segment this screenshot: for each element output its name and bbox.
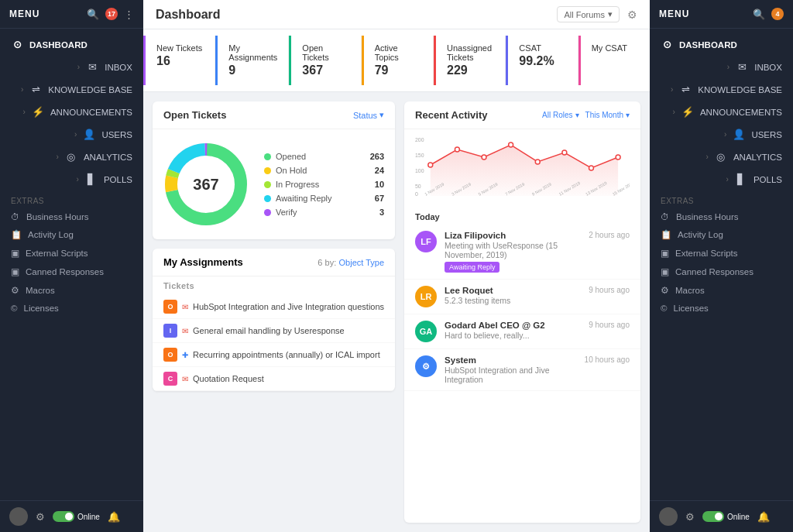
stat-new-tickets[interactable]: New Tickets 16 [143,36,215,85]
right-knowledge-icon: ⇌ [679,84,692,95]
stat-unassigned[interactable]: Unassigned Tickets 229 [434,36,506,85]
right-sidebar-header: MENU 🔍 4 [650,0,793,29]
activity-item-3[interactable]: ⚙ System HubSpot Integration and Jive In… [404,349,640,391]
activity-item-0[interactable]: LF Liza Filipovich Meeting with UseRespo… [404,225,640,280]
legend-label: Opened [276,152,306,161]
right-extras-label: Licenses [673,304,708,313]
stat-open-tickets[interactable]: Open Tickets 367 [289,36,361,85]
sidebar-item-label: ANALYTICS [84,153,132,162]
right-extras-label: Extras [650,190,793,208]
right-sidebar-item-polls[interactable]: › ▋ POLLS [650,168,793,190]
status-filter[interactable]: Status ▾ [353,110,384,120]
this-month-filter[interactable]: This Month ▾ [585,111,630,119]
sidebar-item-knowledge[interactable]: › ⇌ KNOWLEDGE BASE [0,78,143,101]
sidebar-item-polls[interactable]: › ▋ POLLS [0,168,143,190]
extras-item-label: Activity Log [28,230,74,239]
alert-icon[interactable]: 🔔 [108,511,120,523]
right-notification-badge[interactable]: 4 [771,8,784,20]
extras-external-scripts[interactable]: ▣ External Scripts [0,244,143,263]
stat-active-topics[interactable]: Active Topics 79 [362,36,434,85]
right-online-toggle[interactable]: Online [702,511,750,522]
right-extras-business-hours[interactable]: ⏱ Business Hours [650,208,793,225]
toggle-switch[interactable] [53,511,74,522]
right-toggle-switch[interactable] [702,511,724,522]
sidebar-item-announcements[interactable]: › ⚡ ANNOUNCEMENTS [0,101,143,123]
chevron-down-icon: ▾ [608,9,613,19]
chart-dot [509,142,513,147]
activity-desc: HubSpot Integration and Jive Integration [445,366,577,384]
right-online-label: Online [727,513,750,521]
activity-time: 9 hours ago [589,321,630,329]
activity-content: Godard Abel CEO @ G2 Hard to believe, re… [445,321,581,340]
notification-badge[interactable]: 17 [105,8,118,20]
right-extras-external-scripts[interactable]: ▣ External Scripts [650,244,793,263]
ticket-row-3[interactable]: C ✉ Quotation Request [153,367,395,391]
dashboard-icon: ⊙ [11,39,23,50]
legend-label: In Progress [276,180,319,189]
chart-dot [562,150,567,155]
ticket-row-0[interactable]: O ✉ HubSpot Integration and Jive Integra… [153,295,395,319]
ticket-row-1[interactable]: I ✉ General email handling by Userespons… [153,319,395,343]
sidebar-item-users[interactable]: › 👤 USERS [0,123,143,146]
canned-icon: ▣ [11,266,19,277]
right-settings-icon[interactable]: ⚙ [685,511,695,523]
all-roles-filter[interactable]: All Roles ▾ [542,111,578,119]
extras-business-hours[interactable]: ⏱ Business Hours [0,208,143,225]
sidebar-item-dashboard[interactable]: ⊙ DASHBOARD [0,33,143,56]
legend-count: 10 [375,180,384,189]
settings-gear-icon[interactable]: ⚙ [627,9,637,21]
legend-dot-onhold [264,167,271,174]
groupby-value[interactable]: Object Type [339,258,385,267]
sidebar-item-inbox[interactable]: › ✉ INBOX [0,56,143,78]
stat-my-csat[interactable]: My CSAT [578,36,650,85]
stat-csat[interactable]: CSAT 99.2% [506,36,578,85]
search-icon[interactable]: 🔍 [87,9,99,20]
sidebar-item-analytics[interactable]: › ◎ ANALYTICS [0,146,143,168]
forums-dropdown[interactable]: All Forums ▾ [557,6,620,22]
ticket-row-2[interactable]: O ✚ Recurring appointments (annually) or… [153,343,395,367]
legend-verify: Verify 3 [264,205,384,219]
legend-dot-awaiting [264,195,271,202]
more-icon[interactable]: ⋮ [124,9,134,20]
extras-macros[interactable]: ⚙ Macros [0,281,143,300]
right-macros-icon: ⚙ [661,285,669,296]
extras-canned-responses[interactable]: ▣ Canned Responses [0,263,143,281]
extras-activity-log[interactable]: 📋 Activity Log [0,225,143,244]
stat-my-assignments[interactable]: My Assignments 9 [215,36,289,85]
right-sidebar-item-analytics[interactable]: › ◎ ANALYTICS [650,146,793,168]
sidebar-nav: ⊙ DASHBOARD › ✉ INBOX › ⇌ KNOWLEDGE BASE… [0,29,143,500]
ticket-text: Quotation Request [193,374,384,383]
activity-item-2[interactable]: GA Godard Abel CEO @ G2 Hard to believe,… [404,314,640,349]
user-avatar[interactable] [9,507,28,526]
right-user-avatar[interactable] [659,507,678,526]
right-sidebar-item-dashboard[interactable]: ⊙ DASHBOARD [650,33,793,56]
extras-licenses[interactable]: © Licenses [0,300,143,317]
right-sidebar-item-announcements[interactable]: › ⚡ ANNOUNCEMENTS [650,101,793,123]
chart-dot [482,155,486,160]
right-sidebar-item-users[interactable]: › 👤 USERS [650,123,793,146]
right-extras-activity-log[interactable]: 📋 Activity Log [650,225,793,244]
stat-value: 99.2% [519,54,566,68]
right-search-icon[interactable]: 🔍 [753,9,765,20]
right-sidebar-item-knowledge[interactable]: › ⇌ KNOWLEDGE BASE [650,78,793,101]
forums-label: All Forums [564,10,605,19]
online-toggle[interactable]: Online [53,511,100,522]
activity-item-1[interactable]: LR Lee Roquet 5.2.3 testing items 9 hour… [404,280,640,314]
right-sidebar-item-inbox[interactable]: › ✉ INBOX [650,56,793,78]
legend-inprogress: In Progress 10 [264,177,384,191]
analytics-icon: ◎ [65,151,77,163]
stat-label: Open Tickets [302,43,349,62]
legend-count: 67 [375,194,384,203]
right-extras-canned-responses[interactable]: ▣ Canned Responses [650,263,793,281]
extras-item-label: External Scripts [26,249,88,258]
chart-dot [428,163,433,167]
svg-text:100: 100 [415,168,424,173]
activity-avatar: ⚙ [415,355,437,377]
right-extras-macros[interactable]: ⚙ Macros [650,281,793,300]
stat-value: 9 [228,63,277,77]
inbox-icon: ✉ [86,61,98,73]
right-extras-licenses[interactable]: © Licenses [650,300,793,317]
settings-icon[interactable]: ⚙ [36,511,45,523]
right-sidebar-nav: ⊙ DASHBOARD › ✉ INBOX › ⇌ KNOWLEDGE BASE… [650,29,793,500]
right-alert-icon[interactable]: 🔔 [757,511,770,523]
